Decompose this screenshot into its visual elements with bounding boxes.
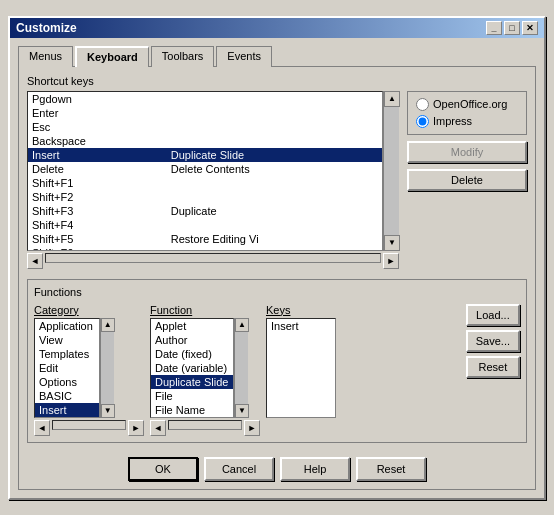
ok-button[interactable]: OK: [128, 457, 198, 481]
table-row[interactable]: Shift+F6: [28, 246, 382, 250]
table-row[interactable]: Backspace: [28, 134, 382, 148]
table-row[interactable]: Esc: [28, 120, 382, 134]
function-list[interactable]: Applet Author Date (fixed) Date (variabl…: [151, 319, 233, 417]
category-column: Category Application View Templates Edit…: [34, 304, 144, 436]
shortcut-area: Pgdown Enter Esc Backspace InsertDuplica…: [27, 91, 527, 269]
right-section: OpenOffice.org Impress Modify Delete: [407, 91, 527, 269]
shortcut-keys-label: Shortcut keys: [27, 75, 527, 87]
tab-events[interactable]: Events: [216, 46, 272, 67]
functions-lists: Category Application View Templates Edit…: [34, 304, 460, 436]
table-row[interactable]: DeleteDelete Contents: [28, 162, 382, 176]
shortcut-table: Pgdown Enter Esc Backspace InsertDuplica…: [28, 92, 382, 250]
list-item[interactable]: Edit: [35, 361, 99, 375]
scroll-right[interactable]: ►: [383, 253, 399, 269]
title-bar-buttons: _ □ ✕: [486, 21, 538, 35]
list-item[interactable]: Templates: [35, 347, 99, 361]
bottom-reset-button[interactable]: Reset: [356, 457, 426, 481]
list-item-selected[interactable]: Duplicate Slide: [151, 375, 233, 389]
shortcut-nav-row: ◄ ►: [27, 253, 399, 269]
category-scrollbar[interactable]: ▲ ▼: [100, 318, 114, 418]
fn-scroll-right[interactable]: ►: [244, 420, 260, 436]
tab-menus[interactable]: Menus: [18, 46, 73, 67]
fn-scroll-left[interactable]: ◄: [150, 420, 166, 436]
delete-button[interactable]: Delete: [407, 169, 527, 191]
functions-main: Category Application View Templates Edit…: [34, 304, 520, 436]
shortcut-scrollbar[interactable]: ▲ ▼: [383, 91, 399, 251]
category-list[interactable]: Application View Templates Edit Options …: [35, 319, 99, 417]
fn-h-track[interactable]: [168, 420, 242, 430]
bottom-buttons: OK Cancel Help Reset: [27, 451, 527, 481]
function-column: Function Applet Author Date (fixed) Date…: [150, 304, 260, 436]
keys-list-container[interactable]: Insert: [266, 318, 336, 418]
close-button[interactable]: ✕: [522, 21, 538, 35]
radio-openoffice[interactable]: OpenOffice.org: [416, 98, 518, 111]
fn-scroll-down[interactable]: ▼: [235, 404, 249, 418]
list-item[interactable]: BASIC: [35, 389, 99, 403]
table-row[interactable]: Pgdown: [28, 92, 382, 106]
minimize-button[interactable]: _: [486, 21, 502, 35]
radio-impress-input[interactable]: [416, 115, 429, 128]
list-item-selected[interactable]: Insert: [35, 403, 99, 417]
shortcut-list-container[interactable]: Pgdown Enter Esc Backspace InsertDuplica…: [27, 91, 383, 251]
keys-list[interactable]: Insert: [267, 319, 335, 417]
scroll-h-track[interactable]: [45, 253, 381, 263]
radio-group: OpenOffice.org Impress: [407, 91, 527, 135]
radio-impress[interactable]: Impress: [416, 115, 518, 128]
scroll-down[interactable]: ▼: [384, 235, 400, 251]
cat-scroll-track[interactable]: [101, 332, 114, 404]
scroll-track[interactable]: [384, 107, 399, 235]
cat-h-track[interactable]: [52, 420, 126, 430]
fn-scroll-up[interactable]: ▲: [235, 318, 249, 332]
shortcut-list[interactable]: Pgdown Enter Esc Backspace InsertDuplica…: [28, 92, 382, 250]
table-row[interactable]: Enter: [28, 106, 382, 120]
radio-openoffice-input[interactable]: [416, 98, 429, 111]
cat-scroll-left[interactable]: ◄: [34, 420, 50, 436]
table-row[interactable]: Shift+F4: [28, 218, 382, 232]
fn-scroll-track[interactable]: [235, 332, 248, 404]
function-list-container[interactable]: Applet Author Date (fixed) Date (variabl…: [150, 318, 234, 418]
functions-section: Functions Category Application View: [27, 279, 527, 443]
modify-button[interactable]: Modify: [407, 141, 527, 163]
list-item[interactable]: View: [35, 333, 99, 347]
table-row[interactable]: Shift+F1: [28, 176, 382, 190]
function-scrollbar[interactable]: ▲ ▼: [234, 318, 248, 418]
category-label: Category: [34, 304, 144, 316]
maximize-button[interactable]: □: [504, 21, 520, 35]
category-list-container[interactable]: Application View Templates Edit Options …: [34, 318, 100, 418]
list-item[interactable]: Date (fixed): [151, 347, 233, 361]
cat-scroll-up[interactable]: ▲: [101, 318, 115, 332]
table-row[interactable]: Shift+F2: [28, 190, 382, 204]
radio-openoffice-label: OpenOffice.org: [433, 98, 507, 110]
list-item[interactable]: Insert: [267, 319, 335, 333]
window-title: Customize: [16, 21, 77, 35]
function-nav: ◄ ►: [150, 420, 260, 436]
save-button[interactable]: Save...: [466, 330, 520, 352]
list-item[interactable]: Application: [35, 319, 99, 333]
load-button[interactable]: Load...: [466, 304, 520, 326]
tab-toolbars[interactable]: Toolbars: [151, 46, 215, 67]
list-item[interactable]: File Name: [151, 403, 233, 417]
cat-scroll-right[interactable]: ►: [128, 420, 144, 436]
cancel-button[interactable]: Cancel: [204, 457, 274, 481]
customize-window: Customize _ □ ✕ Menus Keyboard Toolbars …: [8, 16, 546, 500]
radio-impress-label: Impress: [433, 115, 472, 127]
reset-button[interactable]: Reset: [466, 356, 520, 378]
scroll-left[interactable]: ◄: [27, 253, 43, 269]
list-item[interactable]: Author: [151, 333, 233, 347]
scroll-up[interactable]: ▲: [384, 91, 400, 107]
list-item[interactable]: File: [151, 389, 233, 403]
help-button[interactable]: Help: [280, 457, 350, 481]
category-nav: ◄ ►: [34, 420, 144, 436]
list-item[interactable]: Applet: [151, 319, 233, 333]
window-body: Menus Keyboard Toolbars Events Shortcut …: [10, 38, 544, 498]
tab-keyboard[interactable]: Keyboard: [75, 46, 149, 67]
table-row[interactable]: Shift+F5Restore Editing Vi: [28, 232, 382, 246]
functions-right-buttons: Load... Save... Reset: [466, 304, 520, 378]
functions-label: Functions: [34, 286, 520, 298]
table-row-selected[interactable]: InsertDuplicate Slide: [28, 148, 382, 162]
list-item[interactable]: Options: [35, 375, 99, 389]
cat-scroll-down[interactable]: ▼: [101, 404, 115, 418]
table-row[interactable]: Shift+F3Duplicate: [28, 204, 382, 218]
list-item[interactable]: Date (variable): [151, 361, 233, 375]
tab-keyboard-content: Shortcut keys Pgdown Enter Esc: [18, 66, 536, 490]
